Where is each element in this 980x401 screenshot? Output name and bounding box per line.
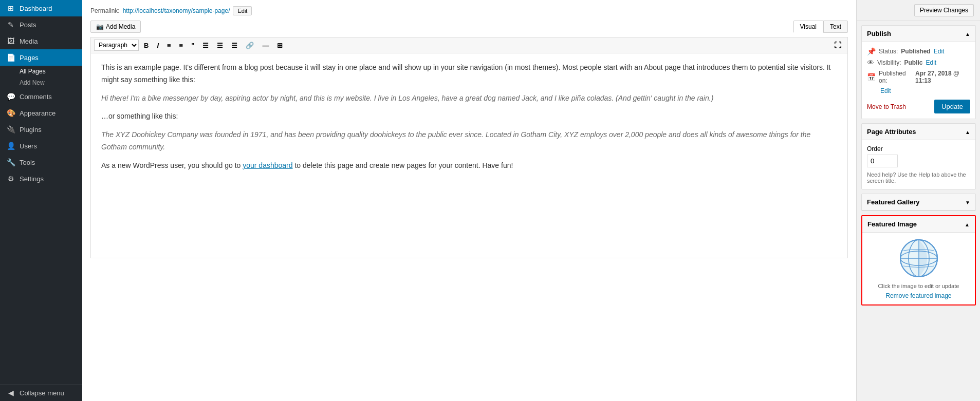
sidebar-item-pages[interactable]: 📄 Pages — [0, 49, 82, 66]
add-media-label: Add Media — [106, 23, 135, 30]
move-to-trash-link[interactable]: Move to Trash — [867, 103, 906, 110]
status-edit-link[interactable]: Edit — [934, 48, 945, 55]
sidebar-sub-all-pages[interactable]: All Pages — [0, 66, 82, 77]
editor-p4-italic: The XYZ Doohickey Company was founded in… — [101, 130, 810, 151]
link-btn[interactable]: 🔗 — [243, 40, 257, 51]
featured-image-body: Click the image to edit or update Remove… — [862, 233, 975, 304]
featured-image-header[interactable]: Featured Image — [862, 216, 975, 233]
dashboard-icon: ⊞ — [6, 4, 15, 12]
sidebar-item-plugins[interactable]: 🔌 Plugins — [0, 121, 82, 138]
right-sidebar-top-bar: Preview Changes — [857, 0, 980, 21]
align-left-btn[interactable]: ☰ — [199, 40, 212, 51]
visibility-value: Public — [904, 59, 922, 66]
bold-btn[interactable]: B — [141, 40, 152, 51]
tools-icon: 🔧 — [6, 158, 15, 166]
add-media-btn[interactable]: 📷 Add Media — [90, 21, 141, 33]
sidebar-item-label: Plugins — [20, 126, 42, 133]
sidebar-item-dashboard[interactable]: ⊞ Dashboard — [0, 0, 82, 16]
publish-chevron-icon — [965, 30, 970, 37]
featured-image-chevron-icon — [965, 220, 970, 228]
visibility-row: 👁 Visibility: Public Edit — [867, 59, 970, 67]
text-tab[interactable]: Text — [823, 21, 848, 33]
sidebar-item-label: Users — [20, 142, 37, 150]
published-value: Apr 27, 2018 @ 11:13 — [915, 70, 970, 84]
calendar-icon: 📅 — [867, 73, 876, 81]
dashboard-link[interactable]: your dashboard — [243, 161, 292, 169]
publish-section-header[interactable]: Publish — [862, 26, 975, 42]
blockquote-btn[interactable]: " — [188, 40, 197, 51]
sidebar-item-label: Pages — [20, 54, 39, 62]
page-attributes-header[interactable]: Page Attributes — [862, 124, 975, 140]
fullscreen-btn[interactable]: ⛶ — [831, 40, 844, 51]
sidebar-item-label: Settings — [20, 175, 44, 183]
editor-p3: …or something like this: — [101, 110, 837, 123]
sidebar-item-settings[interactable]: ⚙ Settings — [0, 170, 82, 187]
update-btn[interactable]: Update — [934, 100, 970, 113]
eye-icon: 👁 — [867, 59, 874, 67]
visual-tab[interactable]: Visual — [793, 21, 823, 33]
all-pages-label: All Pages — [20, 68, 46, 75]
collapse-label: Collapse menu — [20, 389, 64, 397]
click-to-edit-text: Click the image to edit or update — [878, 283, 959, 289]
content-area: Permalink: http://localhost/taxonomy/sam… — [82, 0, 980, 401]
publish-section: Publish 📌 Status: Published Edit 👁 Visib… — [861, 25, 976, 119]
editor-p2-italic: Hi there! I'm a bike messenger by day, a… — [101, 94, 713, 102]
sidebar-sub-add-new[interactable]: Add New — [0, 77, 82, 88]
paragraph-select[interactable]: Paragraph — [94, 40, 139, 51]
page-attributes-chevron-icon — [965, 128, 970, 136]
remove-featured-image-link[interactable]: Remove featured image — [885, 292, 951, 299]
align-right-btn[interactable]: ☰ — [228, 40, 241, 51]
settings-icon: ⚙ — [6, 175, 15, 183]
sidebar-item-tools[interactable]: 🔧 Tools — [0, 154, 82, 170]
main-area: Permalink: http://localhost/taxonomy/sam… — [82, 0, 980, 401]
published-row: 📅 Published on: Apr 27, 2018 @ 11:13 Edi… — [867, 70, 970, 94]
table-btn[interactable]: ⊞ — [274, 40, 286, 51]
editor-wrap: Permalink: http://localhost/taxonomy/sam… — [82, 0, 857, 401]
permalink-label: Permalink: — [90, 7, 120, 14]
featured-gallery-chevron-icon — [965, 198, 970, 206]
visual-text-tabs: Visual Text — [793, 21, 848, 33]
sidebar: ⊞ Dashboard ✎ Posts 🖼 Media 📄 Pages All … — [0, 0, 82, 401]
status-value: Published — [901, 48, 930, 55]
published-label: Published on: — [879, 70, 912, 84]
order-label: Order — [867, 145, 970, 152]
align-center-btn[interactable]: ☰ — [214, 40, 226, 51]
page-attributes-body: Order Need help? Use the Help tab above … — [862, 140, 975, 189]
comments-icon: 💬 — [6, 92, 15, 101]
page-attributes-section: Page Attributes Order Need help? Use the… — [861, 123, 976, 189]
editor-body[interactable]: This is an example page. It's different … — [90, 53, 848, 258]
preview-changes-btn[interactable]: Preview Changes — [914, 4, 974, 16]
sidebar-item-label: Posts — [20, 21, 36, 29]
sidebar-item-appearance[interactable]: 🎨 Appearance — [0, 105, 82, 121]
editor-p5: As a new WordPress user, you should go t… — [101, 160, 837, 172]
globe-icon[interactable] — [898, 238, 939, 279]
editor-p2: Hi there! I'm a bike messenger by day, a… — [101, 92, 837, 105]
ol-btn[interactable]: ≡ — [176, 40, 187, 51]
more-btn[interactable]: — — [259, 40, 272, 51]
visibility-edit-link[interactable]: Edit — [926, 59, 936, 66]
plugins-icon: 🔌 — [6, 125, 15, 133]
ul-btn[interactable]: ≡ — [164, 40, 174, 51]
published-edit-link[interactable]: Edit — [880, 87, 891, 94]
permalink-link[interactable]: http://localhost/taxonomy/sample-page/ — [123, 7, 230, 14]
sidebar-item-media[interactable]: 🖼 Media — [0, 33, 82, 49]
italic-btn[interactable]: I — [154, 40, 162, 51]
sidebar-item-comments[interactable]: 💬 Comments — [0, 88, 82, 105]
visibility-label: Visibility: — [877, 59, 901, 66]
publish-actions: Move to Trash Update — [867, 100, 970, 113]
collapse-menu-btn[interactable]: ◀ Collapse menu — [0, 385, 82, 401]
featured-gallery-header[interactable]: Featured Gallery — [862, 194, 975, 211]
publish-title: Publish — [867, 30, 891, 37]
sidebar-item-label: Comments — [20, 93, 52, 101]
status-label: Status: — [879, 48, 898, 55]
order-input[interactable] — [867, 155, 898, 167]
sidebar-item-posts[interactable]: ✎ Posts — [0, 16, 82, 33]
sidebar-item-label: Dashboard — [20, 5, 52, 12]
permalink-edit-btn[interactable]: Edit — [233, 6, 252, 15]
editor-p1: This is an example page. It's different … — [101, 62, 837, 86]
sidebar-item-label: Media — [20, 37, 38, 45]
pages-icon: 📄 — [6, 53, 15, 62]
help-text: Need help? Use the Help tab above the sc… — [867, 171, 970, 184]
sidebar-item-users[interactable]: 👤 Users — [0, 138, 82, 154]
editor-p4: The XYZ Doohickey Company was founded in… — [101, 129, 837, 154]
